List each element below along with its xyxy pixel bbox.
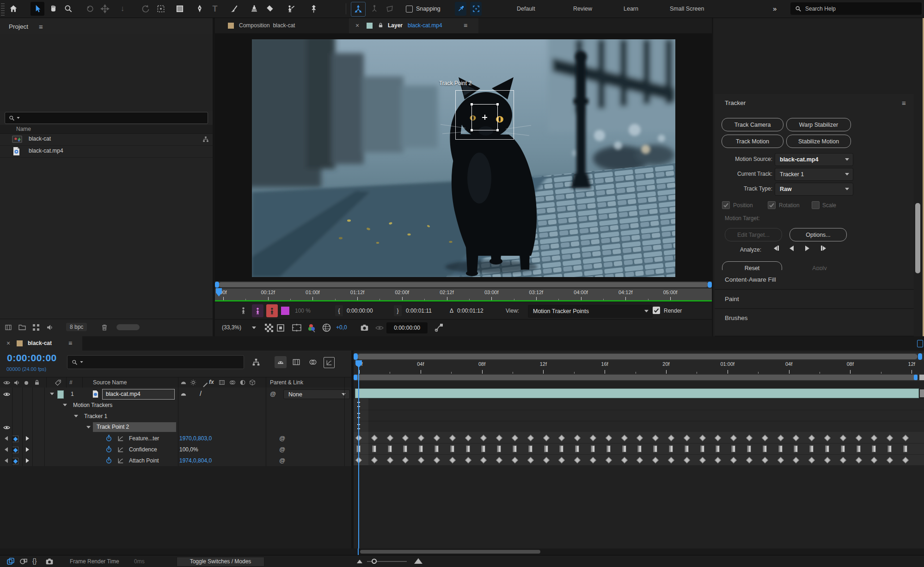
world-axis-mode[interactable] <box>367 2 381 16</box>
property-value[interactable]: 100,0% <box>179 444 198 455</box>
stopwatch-icon[interactable] <box>105 446 112 453</box>
keyframe-marker[interactable] <box>403 445 407 452</box>
keyframe-marker[interactable] <box>699 435 706 441</box>
viewer-scroll-thumb[interactable] <box>219 282 708 287</box>
show-snapshot-eye-icon[interactable] <box>375 324 384 332</box>
keyframe-marker[interactable] <box>402 457 409 463</box>
keyframe-marker[interactable] <box>685 445 689 452</box>
property-graph-icon[interactable] <box>117 435 124 442</box>
keyframe-marker[interactable] <box>652 435 659 441</box>
clone-stamp-tool[interactable] <box>247 2 261 16</box>
keyframe-marker[interactable] <box>481 445 485 452</box>
expression-braces-icon[interactable]: {} <box>32 557 37 565</box>
track-type-dropdown[interactable]: Raw <box>775 183 853 196</box>
keyframe-marker[interactable] <box>840 435 846 441</box>
in-point-value[interactable]: 0:00:00:00 <box>347 308 373 314</box>
panel-header-brushes[interactable]: Brushes <box>715 309 914 336</box>
snapshot-camera-icon[interactable] <box>360 323 369 332</box>
timeline-tab-close-icon[interactable]: × <box>6 339 10 347</box>
frame-blending-icon[interactable] <box>292 358 300 366</box>
timeline-tab-menu-icon[interactable]: ≡ <box>68 339 72 347</box>
analyze-backward-button[interactable] <box>789 246 794 253</box>
tracker-handle[interactable] <box>496 103 499 105</box>
keyframe-marker[interactable] <box>449 435 456 441</box>
keyframe-marker[interactable] <box>466 445 470 452</box>
pen-tool[interactable] <box>193 2 207 16</box>
graph-editor-toggle[interactable] <box>324 357 335 368</box>
position-checkbox[interactable] <box>722 201 730 209</box>
zoom-tool[interactable] <box>61 2 75 16</box>
keyframe-marker[interactable] <box>434 435 440 441</box>
timeline-scroll-cap-left[interactable] <box>354 353 358 360</box>
workspace-overflow-chevrons[interactable]: » <box>773 0 777 18</box>
in-point-bracket[interactable]: { <box>335 305 343 316</box>
camera-marquee-tool[interactable] <box>154 2 168 16</box>
zoom-slider-knob[interactable] <box>372 559 377 564</box>
stopwatch-icon[interactable] <box>105 457 112 464</box>
brush-tool[interactable] <box>227 2 241 16</box>
keyframe-marker[interactable] <box>747 445 751 452</box>
composition-mini-flowchart-icon[interactable] <box>252 358 260 366</box>
panel-header-content-aware-fill[interactable]: Content-Aware Fill <box>715 270 914 290</box>
orbit-camera-tool[interactable] <box>83 2 97 16</box>
playhead-line[interactable] <box>358 360 359 549</box>
keyframe-marker[interactable] <box>871 435 877 441</box>
rectangle-tool[interactable] <box>173 2 187 16</box>
layer-parent-dropdown[interactable]: None <box>283 389 350 399</box>
timeline-mini-film-icon[interactable] <box>917 340 923 347</box>
keyframe-marker[interactable] <box>778 445 783 452</box>
snapping-checkbox[interactable] <box>406 6 413 12</box>
keyframe-marker[interactable] <box>856 457 862 463</box>
project-item-footage[interactable]: black-cat.mp4 <box>0 145 213 158</box>
keyframe-marker[interactable] <box>465 457 471 463</box>
panel-header-paint[interactable]: Paint <box>715 290 914 309</box>
stopwatch-icon[interactable] <box>105 435 112 442</box>
tracker-feature-region[interactable] <box>471 104 498 130</box>
keyframe-marker[interactable] <box>777 435 784 441</box>
keyframe-marker[interactable] <box>543 435 550 441</box>
keyframe-marker[interactable] <box>559 445 563 452</box>
motion-source-dropdown[interactable]: black-cat.mp4 <box>775 153 853 166</box>
keyframe-marker[interactable] <box>621 457 628 463</box>
keyframe-marker[interactable] <box>668 457 674 463</box>
keyframe-marker[interactable] <box>512 457 518 463</box>
safe-margins-icon[interactable] <box>292 324 301 332</box>
keyframe-marker[interactable] <box>574 435 581 441</box>
keyframe-marker[interactable] <box>808 435 815 441</box>
keyframe-marker[interactable] <box>606 457 612 463</box>
keyframe-marker[interactable] <box>809 445 814 452</box>
work-area-span[interactable] <box>355 375 918 380</box>
track-camera-button[interactable]: Track Camera <box>722 118 783 131</box>
property-pickwhip-icon[interactable]: @ <box>279 457 285 464</box>
keyframe-marker[interactable] <box>512 435 518 441</box>
viewer-scroll-cap-right[interactable] <box>708 282 712 288</box>
zoom-out-mountain-icon[interactable] <box>357 560 362 563</box>
keyframe-marker[interactable] <box>684 457 690 463</box>
layer-label-swatch[interactable] <box>57 390 64 399</box>
current-timecode[interactable]: 0:00:00:00 <box>7 352 57 364</box>
layer-tab-menu-icon[interactable]: ≡ <box>464 22 467 29</box>
keyframe-marker[interactable] <box>402 435 409 441</box>
keyframe-marker[interactable] <box>762 435 768 441</box>
keyframe-marker[interactable] <box>621 435 628 441</box>
type-tool[interactable]: T <box>208 2 222 16</box>
viewer-h-scrollbar[interactable] <box>215 281 712 288</box>
timeline-scroll-cap-right[interactable] <box>918 353 922 360</box>
keyframe-marker[interactable] <box>387 457 393 463</box>
work-area-bar[interactable] <box>354 374 924 381</box>
add-keyframe-diamond[interactable] <box>12 447 18 453</box>
keyframe-marker[interactable] <box>480 435 487 441</box>
keyframe-marker[interactable] <box>606 435 612 441</box>
snap-along-edges-toggle[interactable] <box>455 2 466 16</box>
keyframe-marker[interactable] <box>887 435 893 441</box>
exposure-value[interactable]: +0,0 <box>336 324 347 331</box>
keyframe-marker[interactable] <box>418 457 424 463</box>
keyframe-marker[interactable] <box>731 445 735 452</box>
property-value[interactable]: 1970,0,803,0 <box>179 433 212 444</box>
toggle-switches-modes-button[interactable]: Toggle Switches / Modes <box>177 557 264 567</box>
snap-to-features-toggle[interactable] <box>470 2 482 16</box>
keyframe-marker[interactable] <box>558 457 565 463</box>
view-dropdown[interactable]: Motion Tracker Points <box>528 305 653 318</box>
keyframe-marker[interactable] <box>527 435 534 441</box>
keyframe-marker[interactable] <box>730 457 737 463</box>
